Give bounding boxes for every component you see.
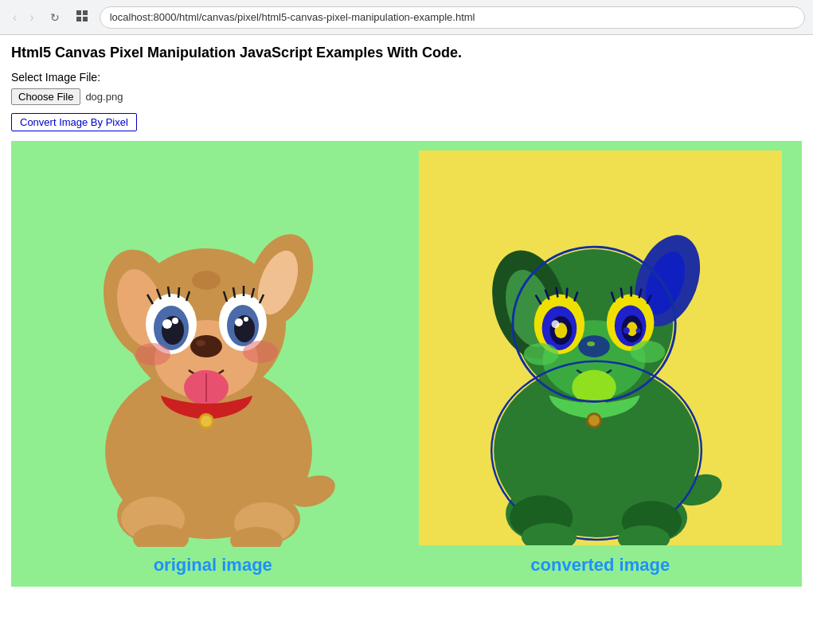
- svg-point-20: [162, 319, 172, 329]
- page-content: Html5 Canvas Pixel Manipulation JavaScri…: [0, 35, 813, 596]
- svg-point-16: [196, 340, 205, 346]
- svg-point-83: [630, 341, 665, 363]
- nav-buttons: ‹ ›: [8, 9, 39, 26]
- converted-canvas: [417, 149, 784, 547]
- original-label: original image: [154, 555, 272, 576]
- svg-rect-2: [76, 17, 81, 21]
- svg-rect-1: [83, 10, 88, 15]
- svg-point-26: [244, 317, 248, 322]
- svg-point-21: [172, 318, 178, 324]
- back-button[interactable]: ‹: [8, 9, 21, 26]
- file-name-display: dog.png: [85, 91, 123, 103]
- file-section-label: Select Image File:: [11, 71, 802, 84]
- svg-point-38: [243, 341, 278, 363]
- forward-button[interactable]: ›: [25, 9, 38, 26]
- converted-label: converted image: [530, 555, 670, 576]
- svg-point-82: [524, 343, 559, 365]
- reload-button[interactable]: ↻: [45, 10, 64, 25]
- address-bar[interactable]: localhost:8000/html/canvas/pixel/html5-c…: [100, 6, 805, 29]
- converted-panel: converted image: [407, 149, 795, 579]
- original-canvas: [29, 149, 396, 547]
- svg-rect-0: [76, 10, 81, 15]
- file-input-row: Choose File dog.png: [11, 88, 802, 105]
- grid-button[interactable]: [71, 8, 93, 26]
- choose-file-button[interactable]: Choose File: [11, 88, 80, 105]
- svg-line-75: [566, 288, 567, 299]
- svg-point-25: [235, 318, 243, 326]
- page-title: Html5 Canvas Pixel Manipulation JavaScri…: [11, 45, 802, 61]
- canvas-area: original image: [11, 141, 802, 587]
- svg-point-65: [551, 320, 559, 328]
- svg-point-89: [587, 342, 595, 346]
- svg-point-43: [192, 271, 221, 290]
- browser-toolbar: ‹ › ↻ localhost:8000/html/canvas/pixel/h…: [0, 0, 813, 35]
- svg-point-37: [135, 343, 170, 365]
- svg-rect-3: [83, 17, 88, 21]
- svg-point-71: [635, 328, 640, 333]
- svg-point-70: [623, 327, 629, 334]
- svg-point-60: [578, 335, 610, 357]
- svg-line-30: [178, 287, 179, 298]
- svg-point-86: [588, 415, 600, 426]
- original-panel: original image: [19, 149, 407, 579]
- convert-button[interactable]: Convert Image By Pixel: [11, 113, 137, 131]
- svg-point-42: [201, 416, 212, 427]
- svg-point-15: [190, 335, 222, 357]
